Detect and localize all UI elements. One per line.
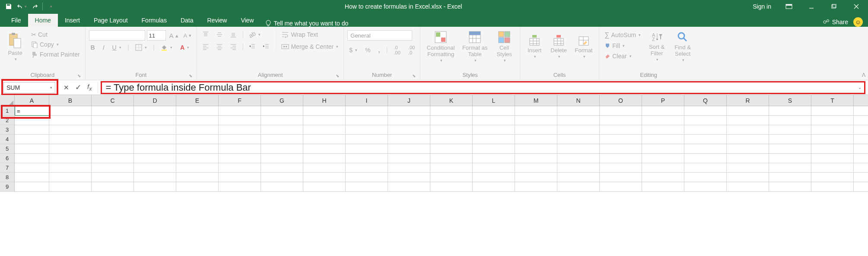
cell[interactable]: [684, 163, 727, 173]
conditional-formatting-button[interactable]: Conditional Formatting▾: [424, 28, 458, 65]
cell[interactable]: [261, 125, 303, 135]
cell[interactable]: [219, 182, 261, 192]
cell[interactable]: [515, 144, 557, 154]
cell[interactable]: [769, 182, 811, 192]
cell[interactable]: [515, 116, 557, 125]
tab-insert[interactable]: Insert: [58, 14, 87, 27]
cell[interactable]: [642, 163, 684, 173]
cell[interactable]: [642, 125, 684, 135]
italic-button[interactable]: I: [101, 43, 106, 52]
sign-in-button[interactable]: Sign in: [747, 3, 776, 10]
cell[interactable]: [176, 125, 219, 135]
cell[interactable]: [92, 173, 134, 182]
cell[interactable]: =: [15, 106, 49, 116]
cell[interactable]: [388, 125, 430, 135]
cell[interactable]: [388, 173, 430, 182]
cell[interactable]: [811, 125, 854, 135]
cell[interactable]: [515, 106, 557, 116]
cell[interactable]: [219, 106, 261, 116]
decrease-indent-button[interactable]: [247, 42, 258, 51]
cell[interactable]: [684, 154, 727, 163]
tab-data[interactable]: Data: [174, 14, 200, 27]
cell[interactable]: [769, 135, 811, 144]
cell[interactable]: [769, 125, 811, 135]
cell[interactable]: [49, 154, 92, 163]
cell[interactable]: [92, 144, 134, 154]
cell[interactable]: [473, 182, 515, 192]
column-header[interactable]: R: [727, 95, 769, 106]
cell[interactable]: [219, 116, 261, 125]
cell[interactable]: [92, 182, 134, 192]
cell[interactable]: [642, 144, 684, 154]
tab-home[interactable]: Home: [28, 14, 58, 27]
share-button[interactable]: Share: [823, 19, 848, 25]
cell[interactable]: [303, 106, 346, 116]
cell[interactable]: [557, 163, 600, 173]
formula-bar[interactable]: = Type formula inside Formula Bar ⌄: [101, 81, 865, 94]
cell[interactable]: [219, 154, 261, 163]
cell[interactable]: [219, 173, 261, 182]
cell[interactable]: [261, 163, 303, 173]
align-right-button[interactable]: [228, 42, 238, 51]
cell[interactable]: [811, 106, 854, 116]
cell[interactable]: [49, 144, 92, 154]
cut-button[interactable]: ✂Cut: [29, 30, 82, 39]
cell[interactable]: [261, 144, 303, 154]
close-button[interactable]: [846, 0, 866, 13]
cell[interactable]: [600, 163, 642, 173]
cell[interactable]: [684, 106, 727, 116]
cell[interactable]: [176, 135, 219, 144]
cell[interactable]: [92, 163, 134, 173]
cell[interactable]: [346, 106, 388, 116]
autosum-button[interactable]: ∑AutoSum▾: [603, 30, 642, 40]
name-box[interactable]: SUM ▾: [3, 82, 55, 93]
insert-cells-button[interactable]: Insert▾: [524, 28, 545, 65]
enter-formula-button[interactable]: ✓: [75, 83, 81, 92]
cell[interactable]: [515, 182, 557, 192]
cell[interactable]: [134, 116, 176, 125]
cell[interactable]: [557, 135, 600, 144]
cell[interactable]: [727, 116, 769, 125]
cell[interactable]: [219, 135, 261, 144]
cell[interactable]: [473, 173, 515, 182]
select-all-corner[interactable]: [0, 95, 15, 106]
column-header[interactable]: S: [769, 95, 811, 106]
cell[interactable]: [811, 163, 854, 173]
cell[interactable]: [557, 116, 600, 125]
cell[interactable]: [727, 125, 769, 135]
column-header[interactable]: G: [261, 95, 303, 106]
cell[interactable]: [261, 135, 303, 144]
cell[interactable]: [515, 135, 557, 144]
expand-formula-bar-button[interactable]: ⌄: [858, 85, 862, 90]
column-header[interactable]: E: [176, 95, 219, 106]
column-header[interactable]: C: [92, 95, 134, 106]
font-name-combo[interactable]: [89, 30, 145, 41]
cell[interactable]: [684, 116, 727, 125]
cell[interactable]: [176, 173, 219, 182]
cell[interactable]: [134, 125, 176, 135]
cell[interactable]: [303, 116, 346, 125]
cell[interactable]: [515, 163, 557, 173]
row-header[interactable]: 8: [0, 173, 15, 182]
cell[interactable]: [727, 144, 769, 154]
minimize-button[interactable]: [801, 0, 821, 13]
cell[interactable]: [557, 182, 600, 192]
cell[interactable]: [430, 173, 473, 182]
cell[interactable]: [15, 154, 49, 163]
dialog-launcher-icon[interactable]: ⬊: [412, 73, 416, 78]
cell[interactable]: [811, 144, 854, 154]
cell[interactable]: [600, 106, 642, 116]
cell[interactable]: [854, 173, 868, 182]
cell[interactable]: [303, 173, 346, 182]
cell[interactable]: [92, 135, 134, 144]
sort-filter-button[interactable]: AZ Sort & Filter▾: [645, 28, 668, 65]
column-header[interactable]: B: [49, 95, 92, 106]
cell[interactable]: [261, 173, 303, 182]
cell[interactable]: [176, 163, 219, 173]
font-color-button[interactable]: A▾: [178, 43, 191, 52]
row-header[interactable]: 5: [0, 144, 15, 154]
format-cells-button[interactable]: Format▾: [572, 28, 595, 65]
cell[interactable]: [261, 154, 303, 163]
increase-indent-button[interactable]: [261, 42, 271, 51]
cell[interactable]: [15, 144, 49, 154]
